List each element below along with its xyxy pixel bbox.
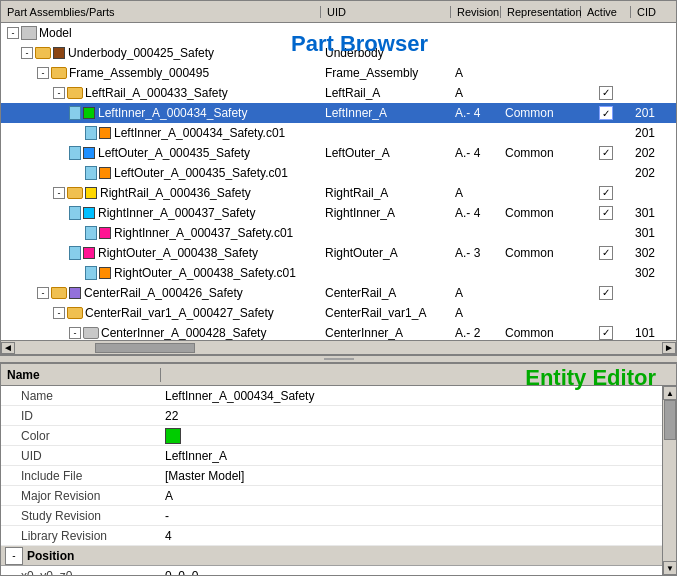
tree-row-label: RightRail_A_000436_Safety xyxy=(100,186,251,200)
tree-row[interactable]: - CenterRail_A_000426_Safety CenterRail_… xyxy=(1,283,676,303)
header-part-assemblies: Part Assemblies/Parts xyxy=(1,6,321,18)
tree-cell-active: ✓ xyxy=(581,246,631,260)
tree-row[interactable]: RightOuter_A_000438_Safety.c01 302 xyxy=(1,263,676,283)
checkbox[interactable]: ✓ xyxy=(599,206,613,220)
tree-row[interactable]: LeftOuter_A_000435_Safety LeftOuter_A A.… xyxy=(1,143,676,163)
checkbox[interactable]: ✓ xyxy=(599,86,613,100)
tree-cell-uid: CenterRail_var1_A xyxy=(321,306,451,320)
tree-cell-name: RightInner_A_000437_Safety xyxy=(1,206,321,220)
color-swatch xyxy=(83,207,95,219)
tree-row[interactable]: RightInner_A_000437_Safety.c01 301 xyxy=(1,223,676,243)
header-cid: CID xyxy=(631,6,662,18)
tree-cell-uid: LeftRail_A xyxy=(321,86,451,100)
tree-cell-rev: A xyxy=(451,186,501,200)
tree-row-label: RightInner_A_000437_Safety xyxy=(98,206,255,220)
doc-icon xyxy=(85,266,97,280)
doc-icon xyxy=(69,206,81,220)
checkbox[interactable]: ✓ xyxy=(599,186,613,200)
tree-cell-active: ✓ xyxy=(581,106,631,120)
tree-row[interactable]: RightInner_A_000437_Safety RightInner_A … xyxy=(1,203,676,223)
prop-row: Color xyxy=(1,426,662,446)
tree-cell-cid: 301 xyxy=(631,226,676,240)
tree-row-label: RightInner_A_000437_Safety.c01 xyxy=(114,226,293,240)
color-swatch xyxy=(83,107,95,119)
prop-row: Include File [Master Model] xyxy=(1,466,662,486)
tree-cell-rep: Common xyxy=(501,326,581,340)
tree-row-selected[interactable]: LeftInner_A_000434_Safety LeftInner_A A.… xyxy=(1,103,676,123)
tree-container[interactable]: - Model - Underbody_000425_Saf xyxy=(1,23,676,340)
header-revision: Revision xyxy=(451,6,501,18)
tree-cell-name: - Underbody_000425_Safety xyxy=(1,46,321,60)
prop-name: UID xyxy=(1,449,161,463)
expand-btn[interactable]: - xyxy=(21,47,33,59)
expand-btn[interactable]: - xyxy=(7,27,19,39)
checkbox[interactable]: ✓ xyxy=(599,246,613,260)
prop-row: UID LeftInner_A xyxy=(1,446,662,466)
tree-cell-rep: Common xyxy=(501,246,581,260)
tree-cell-name: RightOuter_A_000438_Safety xyxy=(1,246,321,260)
tree-row-label: RightOuter_A_000438_Safety xyxy=(98,246,258,260)
top-panel-header: Part Assemblies/Parts UID Revision Repre… xyxy=(1,1,676,23)
tree-cell-name: LeftInner_A_000434_Safety.c01 xyxy=(1,126,321,140)
prop-name: Library Revision xyxy=(1,529,161,543)
tree-cell-cid: 302 xyxy=(631,266,676,280)
h-scrollbar[interactable]: ◄ ► xyxy=(1,340,676,354)
tree-row[interactable]: LeftOuter_A_000435_Safety.c01 202 xyxy=(1,163,676,183)
scroll-down-btn[interactable]: ▼ xyxy=(663,561,676,575)
tree-cell-cid: 202 xyxy=(631,146,676,160)
expand-btn[interactable]: - xyxy=(37,67,49,79)
tree-row-label: Model xyxy=(39,26,72,40)
tree-cell-name: - CenterInner_A_000428_Safety xyxy=(1,326,321,340)
tree-cell-cid: 301 xyxy=(631,206,676,220)
tree-cell-uid: CenterInner_A xyxy=(321,326,451,340)
tree-cell-rev: A.- 4 xyxy=(451,106,501,120)
props-container[interactable]: Name LeftInner_A_000434_Safety ID 22 Col… xyxy=(1,386,662,575)
checkbox[interactable]: ✓ xyxy=(599,106,613,120)
tree-row[interactable]: - LeftRail_A_000433_Safety LeftRail_A A … xyxy=(1,83,676,103)
prop-name: Color xyxy=(1,429,161,443)
tree-row[interactable]: - RightRail_A_000436_Safety RightRail_A … xyxy=(1,183,676,203)
folder-icon xyxy=(67,87,83,99)
tree-row[interactable]: LeftInner_A_000434_Safety.c01 201 xyxy=(1,123,676,143)
expand-btn[interactable]: - xyxy=(37,287,49,299)
tree-cell-active: ✓ xyxy=(581,206,631,220)
tree-row[interactable]: - CenterInner_A_000428_Safety CenterInne… xyxy=(1,323,676,340)
checkbox[interactable]: ✓ xyxy=(599,146,613,160)
section-header-position[interactable]: - Position xyxy=(1,546,662,566)
doc-icon xyxy=(85,126,97,140)
tree-cell-name: - RightRail_A_000436_Safety xyxy=(1,186,321,200)
section-expand-icon: - xyxy=(5,547,23,565)
color-value-swatch xyxy=(165,428,181,444)
tree-cell-uid: RightOuter_A xyxy=(321,246,451,260)
scroll-thumb[interactable] xyxy=(664,400,676,440)
expand-btn[interactable]: - xyxy=(53,307,65,319)
prop-value xyxy=(161,428,662,444)
tree-row-label: CenterRail_A_000426_Safety xyxy=(84,286,243,300)
tree-cell-rep: Common xyxy=(501,146,581,160)
tree-cell-name: - CenterRail_A_000426_Safety xyxy=(1,286,321,300)
prop-name: x0, y0, z0 xyxy=(1,569,161,576)
tree-cell-name: - CenterRail_var1_A_000427_Safety xyxy=(1,306,321,320)
part-browser-panel: Part Assemblies/Parts UID Revision Repre… xyxy=(0,0,677,355)
color-swatch xyxy=(85,187,97,199)
expand-btn[interactable]: - xyxy=(53,87,65,99)
tree-row[interactable]: - CenterRail_var1_A_000427_Safety Center… xyxy=(1,303,676,323)
tree-row[interactable]: RightOuter_A_000438_Safety RightOuter_A … xyxy=(1,243,676,263)
tree-cell-cid: 201 xyxy=(631,126,676,140)
tree-row-label: LeftOuter_A_000435_Safety.c01 xyxy=(114,166,288,180)
color-swatch xyxy=(99,127,111,139)
expand-btn[interactable]: - xyxy=(69,327,81,339)
panel-splitter[interactable] xyxy=(0,355,677,363)
tree-cell-cid: 202 xyxy=(631,166,676,180)
right-scrollbar[interactable]: ▲ ▼ xyxy=(662,386,676,575)
folder-icon xyxy=(67,187,83,199)
prop-value: LeftInner_A xyxy=(161,449,662,463)
bh-name: Name xyxy=(1,368,161,382)
color-swatch xyxy=(83,247,95,259)
tree-row[interactable]: - Frame_Assembly_000495 Frame_Assembly A xyxy=(1,63,676,83)
checkbox[interactable]: ✓ xyxy=(599,326,613,340)
checkbox[interactable]: ✓ xyxy=(599,286,613,300)
expand-btn[interactable]: - xyxy=(53,187,65,199)
scroll-up-btn[interactable]: ▲ xyxy=(663,386,676,400)
tree-cell-uid: RightRail_A xyxy=(321,186,451,200)
